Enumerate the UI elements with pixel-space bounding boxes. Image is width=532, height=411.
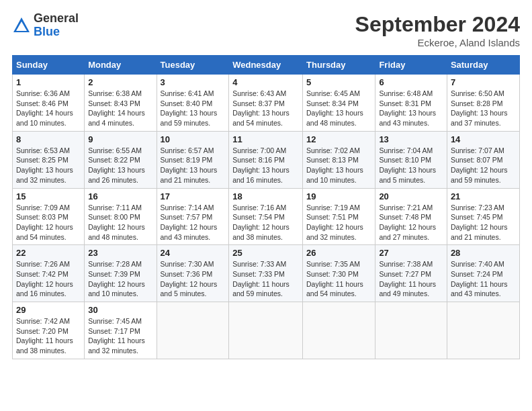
calendar-cell: 6Sunrise: 6:48 AMSunset: 8:31 PMDaylight…	[375, 75, 447, 132]
day-number: 21	[451, 191, 516, 201]
header-wednesday: Wednesday	[229, 56, 303, 75]
calendar-cell: 11Sunrise: 7:00 AMSunset: 8:16 PMDayligh…	[229, 131, 303, 188]
day-number: 29	[16, 305, 81, 315]
day-number: 11	[232, 134, 299, 144]
page-header: General Blue September 2024 Eckeroe, Ala…	[12, 12, 520, 48]
day-number: 9	[88, 134, 152, 144]
calendar-cell: 1Sunrise: 6:36 AMSunset: 8:46 PMDaylight…	[13, 75, 85, 132]
day-number: 30	[88, 305, 152, 315]
calendar-cell: 3Sunrise: 6:41 AMSunset: 8:40 PMDaylight…	[157, 75, 229, 132]
day-number: 25	[232, 248, 299, 258]
day-number: 6	[379, 77, 443, 87]
calendar-cell	[229, 302, 303, 359]
calendar-cell: 2Sunrise: 6:38 AMSunset: 8:43 PMDaylight…	[85, 75, 157, 132]
cell-details: Sunrise: 7:45 AMSunset: 7:17 PMDaylight:…	[88, 317, 145, 355]
calendar-cell: 4Sunrise: 6:43 AMSunset: 8:37 PMDaylight…	[229, 75, 303, 132]
calendar-page: General Blue September 2024 Eckeroe, Ala…	[0, 0, 532, 411]
day-number: 3	[161, 77, 226, 87]
cell-details: Sunrise: 7:33 AMSunset: 7:33 PMDaylight:…	[232, 260, 290, 298]
logo-icon	[12, 16, 31, 35]
month-year-title: September 2024	[355, 12, 520, 37]
header-tuesday: Tuesday	[157, 56, 229, 75]
cell-details: Sunrise: 7:02 AMSunset: 8:13 PMDaylight:…	[306, 146, 363, 184]
calendar-cell: 15Sunrise: 7:09 AMSunset: 8:03 PMDayligh…	[13, 188, 85, 245]
cell-details: Sunrise: 7:19 AMSunset: 7:51 PMDaylight:…	[306, 203, 363, 241]
day-number: 1	[16, 77, 81, 87]
cell-details: Sunrise: 7:40 AMSunset: 7:24 PMDaylight:…	[451, 260, 508, 298]
calendar-cell: 5Sunrise: 6:45 AMSunset: 8:34 PMDaylight…	[303, 75, 375, 132]
calendar-cell: 14Sunrise: 7:07 AMSunset: 8:07 PMDayligh…	[447, 131, 519, 188]
calendar-cell: 21Sunrise: 7:23 AMSunset: 7:45 PMDayligh…	[447, 188, 519, 245]
calendar-cell: 23Sunrise: 7:28 AMSunset: 7:39 PMDayligh…	[85, 245, 157, 302]
calendar-cell	[375, 302, 447, 359]
day-number: 2	[88, 77, 152, 87]
day-number: 17	[161, 191, 226, 201]
week-row-2: 8Sunrise: 6:53 AMSunset: 8:25 PMDaylight…	[13, 131, 520, 188]
cell-details: Sunrise: 7:23 AMSunset: 7:45 PMDaylight:…	[451, 203, 508, 241]
day-number: 4	[232, 77, 299, 87]
calendar-cell: 8Sunrise: 6:53 AMSunset: 8:25 PMDaylight…	[13, 131, 85, 188]
day-number: 12	[306, 134, 371, 144]
calendar-cell: 25Sunrise: 7:33 AMSunset: 7:33 PMDayligh…	[229, 245, 303, 302]
cell-details: Sunrise: 6:55 AMSunset: 8:22 PMDaylight:…	[88, 146, 145, 184]
calendar-cell: 29Sunrise: 7:42 AMSunset: 7:20 PMDayligh…	[13, 302, 85, 359]
logo-text: General Blue	[34, 12, 79, 39]
calendar-cell: 17Sunrise: 7:14 AMSunset: 7:57 PMDayligh…	[157, 188, 229, 245]
calendar-cell: 12Sunrise: 7:02 AMSunset: 8:13 PMDayligh…	[303, 131, 375, 188]
calendar-cell: 13Sunrise: 7:04 AMSunset: 8:10 PMDayligh…	[375, 131, 447, 188]
cell-details: Sunrise: 7:35 AMSunset: 7:30 PMDaylight:…	[306, 260, 363, 298]
cell-details: Sunrise: 6:57 AMSunset: 8:19 PMDaylight:…	[161, 146, 218, 184]
logo-general-text: General	[34, 12, 79, 26]
day-number: 20	[379, 191, 443, 201]
calendar-cell: 24Sunrise: 7:30 AMSunset: 7:36 PMDayligh…	[157, 245, 229, 302]
cell-details: Sunrise: 6:36 AMSunset: 8:46 PMDaylight:…	[16, 89, 73, 127]
day-number: 13	[379, 134, 443, 144]
calendar-cell: 30Sunrise: 7:45 AMSunset: 7:17 PMDayligh…	[85, 302, 157, 359]
calendar-cell: 7Sunrise: 6:50 AMSunset: 8:28 PMDaylight…	[447, 75, 519, 132]
day-number: 26	[306, 248, 371, 258]
calendar-cell: 19Sunrise: 7:19 AMSunset: 7:51 PMDayligh…	[303, 188, 375, 245]
day-number: 19	[306, 191, 371, 201]
day-number: 16	[88, 191, 152, 201]
calendar-cell: 18Sunrise: 7:16 AMSunset: 7:54 PMDayligh…	[229, 188, 303, 245]
cell-details: Sunrise: 7:00 AMSunset: 8:16 PMDaylight:…	[232, 146, 290, 184]
week-row-4: 22Sunrise: 7:26 AMSunset: 7:42 PMDayligh…	[13, 245, 520, 302]
calendar-cell: 20Sunrise: 7:21 AMSunset: 7:48 PMDayligh…	[375, 188, 447, 245]
week-row-3: 15Sunrise: 7:09 AMSunset: 8:03 PMDayligh…	[13, 188, 520, 245]
cell-details: Sunrise: 7:30 AMSunset: 7:36 PMDaylight:…	[161, 260, 218, 298]
cell-details: Sunrise: 7:26 AMSunset: 7:42 PMDaylight:…	[16, 260, 73, 298]
day-number: 18	[232, 191, 299, 201]
cell-details: Sunrise: 6:41 AMSunset: 8:40 PMDaylight:…	[161, 89, 218, 127]
day-number: 15	[16, 191, 81, 201]
header-monday: Monday	[85, 56, 157, 75]
calendar-cell	[303, 302, 375, 359]
calendar-cell: 9Sunrise: 6:55 AMSunset: 8:22 PMDaylight…	[85, 131, 157, 188]
logo-blue-text: Blue	[34, 26, 79, 39]
cell-details: Sunrise: 7:11 AMSunset: 8:00 PMDaylight:…	[88, 203, 145, 241]
week-row-1: 1Sunrise: 6:36 AMSunset: 8:46 PMDaylight…	[13, 75, 520, 132]
day-number: 23	[88, 248, 152, 258]
cell-details: Sunrise: 6:48 AMSunset: 8:31 PMDaylight:…	[379, 89, 436, 127]
cell-details: Sunrise: 6:53 AMSunset: 8:25 PMDaylight:…	[16, 146, 73, 184]
day-number: 27	[379, 248, 443, 258]
cell-details: Sunrise: 7:28 AMSunset: 7:39 PMDaylight:…	[88, 260, 145, 298]
cell-details: Sunrise: 7:07 AMSunset: 8:07 PMDaylight:…	[451, 146, 508, 184]
cell-details: Sunrise: 6:38 AMSunset: 8:43 PMDaylight:…	[88, 89, 145, 127]
calendar-cell: 22Sunrise: 7:26 AMSunset: 7:42 PMDayligh…	[13, 245, 85, 302]
cell-details: Sunrise: 7:04 AMSunset: 8:10 PMDaylight:…	[379, 146, 436, 184]
day-number: 8	[16, 134, 81, 144]
day-number: 22	[16, 248, 81, 258]
calendar-cell: 27Sunrise: 7:38 AMSunset: 7:27 PMDayligh…	[375, 245, 447, 302]
day-number: 24	[161, 248, 226, 258]
location-subtitle: Eckeroe, Aland Islands	[355, 37, 520, 48]
cell-details: Sunrise: 7:16 AMSunset: 7:54 PMDaylight:…	[232, 203, 290, 241]
calendar-cell: 16Sunrise: 7:11 AMSunset: 8:00 PMDayligh…	[85, 188, 157, 245]
logo: General Blue	[12, 12, 79, 39]
cell-details: Sunrise: 7:09 AMSunset: 8:03 PMDaylight:…	[16, 203, 73, 241]
day-number: 5	[306, 77, 371, 87]
calendar-cell	[447, 302, 519, 359]
header-thursday: Thursday	[303, 56, 375, 75]
calendar-cell	[157, 302, 229, 359]
day-number: 14	[451, 134, 516, 144]
cell-details: Sunrise: 6:50 AMSunset: 8:28 PMDaylight:…	[451, 89, 508, 127]
